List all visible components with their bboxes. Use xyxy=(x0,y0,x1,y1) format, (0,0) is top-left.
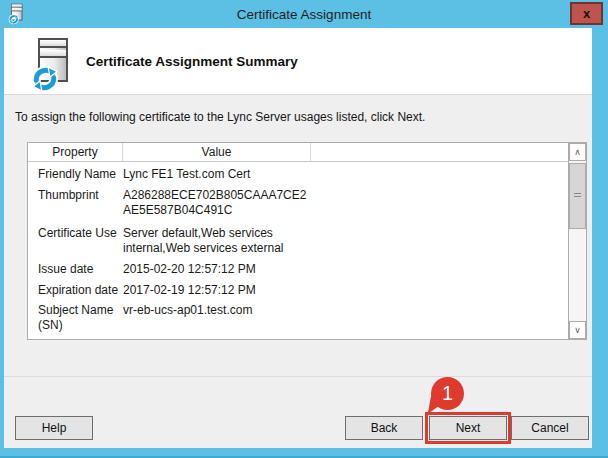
column-header-value[interactable]: Value xyxy=(123,143,311,161)
table-row: Subject sip.test.com xyxy=(28,337,568,339)
back-button[interactable]: Back xyxy=(345,416,423,440)
table-row: Thumbprint A286288ECE702B805CAAA7CE2AE5E… xyxy=(28,188,568,218)
instruction-text: To assign the following certificate to t… xyxy=(15,110,425,124)
column-header-empty[interactable] xyxy=(311,143,568,161)
cancel-button[interactable]: Cancel xyxy=(511,416,589,440)
value-cell: sip.test.com xyxy=(123,337,313,339)
table-body: Friendly Name Lync FE1 Test.com Cert Thu… xyxy=(28,162,568,339)
scroll-up-button[interactable]: ∧ xyxy=(569,143,586,161)
wizard-header: Certificate Assignment Summary xyxy=(4,28,592,95)
certificate-summary-table: Property Value Friendly Name Lync FE1 Te… xyxy=(27,142,587,340)
title-bar: Certificate Assignment x xyxy=(0,0,608,28)
value-cell: A286288ECE702B805CAAA7CE2AE5E587B04C491C xyxy=(123,188,313,218)
property-cell: Thumbprint xyxy=(28,188,123,218)
table-header-row: Property Value xyxy=(28,143,568,162)
table-row: Certificate Use Server default,Web servi… xyxy=(28,226,568,256)
dialog-content: Certificate Assignment Summary To assign… xyxy=(4,28,592,448)
close-icon: x xyxy=(583,6,590,21)
close-button[interactable]: x xyxy=(570,2,603,25)
value-cell: Server default,Web services internal,Web… xyxy=(123,226,313,256)
window-title: Certificate Assignment xyxy=(0,7,608,22)
table-row: Friendly Name Lync FE1 Test.com Cert xyxy=(28,167,568,182)
value-cell: Lync FE1 Test.com Cert xyxy=(123,167,313,182)
table-row: Subject Name (SN) vr-eb-ucs-ap01.test.co… xyxy=(28,303,568,333)
next-button[interactable]: Next xyxy=(429,416,507,440)
chevron-up-icon: ∧ xyxy=(574,147,581,157)
scroll-down-button[interactable]: ∨ xyxy=(569,321,586,339)
sync-arrows-icon xyxy=(30,64,60,94)
button-bar-divider xyxy=(4,376,592,377)
page-title: Certificate Assignment Summary xyxy=(86,54,298,69)
value-cell: 2015-02-20 12:57:12 PM xyxy=(123,262,313,277)
value-cell: 2017-02-19 12:57:12 PM xyxy=(123,283,313,298)
property-cell: Subject Name (SN) xyxy=(28,303,123,333)
property-cell: Friendly Name xyxy=(28,167,123,182)
scrollbar-thumb[interactable] xyxy=(569,163,586,229)
help-button[interactable]: Help xyxy=(15,416,93,440)
vertical-scrollbar[interactable]: ∧ ∨ xyxy=(568,143,586,339)
table-row: Issue date 2015-02-20 12:57:12 PM xyxy=(28,262,568,277)
server-sync-icon xyxy=(30,36,74,92)
scrollbar-grip-icon xyxy=(574,193,581,199)
property-cell: Issue date xyxy=(28,262,123,277)
column-header-property[interactable]: Property xyxy=(28,143,123,161)
value-cell: vr-eb-ucs-ap01.test.com xyxy=(123,303,313,333)
certificate-assignment-dialog: Certificate Assignment x Cert xyxy=(0,0,608,458)
property-cell: Certificate Use xyxy=(28,226,123,256)
chevron-down-icon: ∨ xyxy=(574,325,581,335)
property-cell: Subject xyxy=(28,337,123,339)
table-row: Expiration date 2017-02-19 12:57:12 PM xyxy=(28,283,568,298)
property-cell: Expiration date xyxy=(28,283,123,298)
